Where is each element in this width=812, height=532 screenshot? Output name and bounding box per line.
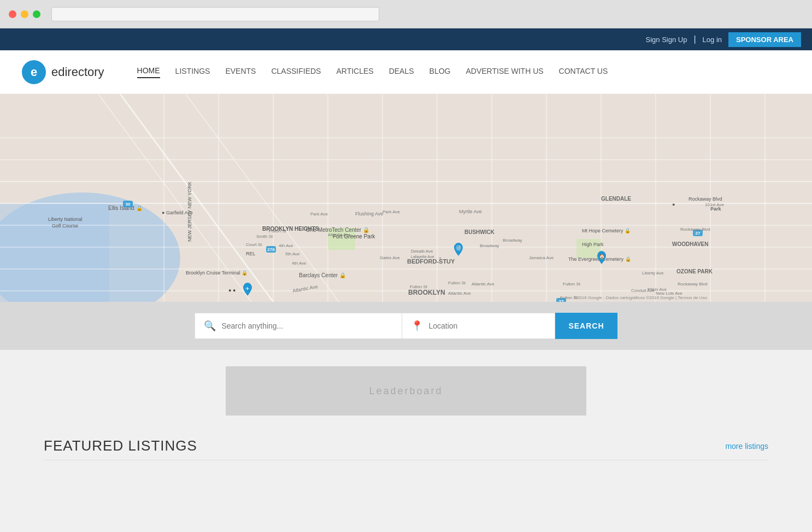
nav-advertise[interactable]: ADVERTISE WITH US: [466, 67, 543, 78]
svg-text:Broadway: Broadway: [480, 243, 499, 248]
svg-text:✈: ✈: [245, 286, 250, 291]
divider: |: [693, 34, 696, 44]
svg-text:Rockaway Blvd: Rockaway Blvd: [680, 227, 710, 232]
svg-text:4th Ave: 4th Ave: [279, 243, 293, 248]
svg-text:Park Ave: Park Ave: [383, 209, 400, 214]
map-section: Ellis Island 🔒 Liberty National Golf Cou…: [0, 94, 812, 302]
search-button[interactable]: SEARCH: [555, 313, 617, 339]
svg-text:Fulton St: Fulton St: [448, 280, 466, 285]
svg-text:Gates Ave: Gates Ave: [380, 255, 400, 260]
svg-text:Broadway: Broadway: [503, 238, 522, 243]
svg-text:Myrtle Ave: Myrtle Ave: [459, 209, 482, 214]
svg-text:GLENDALE: GLENDALE: [601, 196, 631, 202]
svg-text:Court St: Court St: [246, 242, 262, 247]
login-link[interactable]: Log in: [703, 36, 722, 44]
sponsor-button[interactable]: SPONSOR AREA: [728, 32, 801, 47]
maximize-dot[interactable]: [33, 10, 40, 18]
header: e edirectory HOME LISTINGS EVENTS CLASSI…: [0, 50, 812, 94]
leaderboard-box: Leaderboard: [226, 366, 586, 416]
svg-text:Smith St: Smith St: [256, 234, 273, 239]
signup-link[interactable]: Sign Sign Up: [646, 36, 687, 44]
svg-text:Rockaway Blvd: Rockaway Blvd: [678, 282, 708, 287]
logo-text: edirectory: [51, 65, 104, 79]
svg-text:Atlantic Ave: Atlantic Ave: [472, 282, 495, 287]
svg-text:●: ●: [672, 202, 675, 207]
svg-text:Liberty National: Liberty National: [48, 217, 83, 222]
leaderboard-section: Leaderboard: [0, 350, 812, 426]
logo-icon: e: [22, 60, 46, 84]
svg-text:Park Ave: Park Ave: [310, 212, 328, 217]
svg-text:OZONE PARK: OZONE PARK: [676, 268, 713, 274]
map-svg: Ellis Island 🔒 Liberty National Golf Cou…: [0, 94, 812, 302]
svg-text:Fulton St: Fulton St: [560, 295, 578, 300]
svg-text:101st Ave: 101st Ave: [705, 202, 725, 207]
svg-text:278: 278: [267, 247, 275, 252]
leaderboard-label: Leaderboard: [369, 385, 443, 397]
svg-text:Barclays Center 🔒: Barclays Center 🔒: [299, 272, 346, 279]
browser-chrome: [0, 0, 812, 28]
location-box: 📍: [402, 313, 555, 339]
svg-text:NEW JERSEY NEW YORK: NEW JERSEY NEW YORK: [187, 182, 192, 242]
featured-title: FEATURED LISTINGS: [44, 437, 197, 454]
featured-header: FEATURED LISTINGS more listings: [44, 437, 768, 460]
svg-text:High Park: High Park: [582, 242, 604, 247]
search-input[interactable]: [221, 321, 393, 330]
close-dot[interactable]: [9, 10, 16, 18]
svg-text:©2016 Google - Dados cartográf: ©2016 Google - Dados cartográficos ©2016…: [574, 295, 708, 300]
nav-home[interactable]: HOME: [137, 66, 160, 78]
svg-text:Jamaica Ave: Jamaica Ave: [529, 255, 554, 260]
svg-text:Dekalb Ave: Dekalb Ave: [411, 249, 433, 254]
location-icon: 📍: [411, 320, 423, 332]
location-input[interactable]: [428, 321, 546, 330]
svg-text:Rockaway Blvd: Rockaway Blvd: [689, 196, 722, 202]
logo-area: e edirectory: [22, 60, 104, 84]
more-listings-link[interactable]: more listings: [725, 442, 768, 451]
svg-text:T: T: [439, 256, 442, 261]
svg-text:Atlantic Ave: Atlantic Ave: [328, 232, 351, 237]
nav-listings[interactable]: LISTINGS: [175, 67, 210, 78]
nav-blog[interactable]: BLOG: [429, 67, 451, 78]
top-bar: Sign Sign Up | Log in SPONSOR AREA: [0, 28, 812, 50]
svg-text:Lafayette Ave: Lafayette Ave: [411, 255, 434, 259]
svg-text:30: 30: [126, 202, 131, 207]
svg-text:BUSHWICK: BUSHWICK: [464, 229, 495, 235]
svg-text:4th Ave: 4th Ave: [292, 261, 307, 266]
main-nav: HOME LISTINGS EVENTS CLASSIFIEDS ARTICLE…: [137, 66, 608, 78]
svg-text:5th Ave: 5th Ave: [285, 252, 300, 256]
svg-text:BROOKLYN: BROOKLYN: [408, 289, 445, 296]
svg-text:Brooklyn Cruise Terminal 🔒: Brooklyn Cruise Terminal 🔒: [186, 270, 248, 276]
featured-section: FEATURED LISTINGS more listings: [0, 426, 812, 471]
svg-text:Fulton St: Fulton St: [269, 229, 287, 233]
search-box: 🔍: [195, 313, 402, 339]
svg-text:Fulton St: Fulton St: [410, 284, 428, 289]
nav-classifieds[interactable]: CLASSIFIEDS: [271, 67, 321, 78]
svg-text:Golf Course: Golf Course: [52, 223, 78, 229]
svg-text:WOODHAVEN: WOODHAVEN: [672, 241, 708, 247]
svg-text:New Lots Ave: New Lots Ave: [656, 291, 682, 296]
minimize-dot[interactable]: [21, 10, 28, 18]
search-section: 🔍 📍 SEARCH: [0, 302, 812, 350]
nav-articles[interactable]: ARTICLES: [336, 67, 373, 78]
nav-events[interactable]: EVENTS: [225, 67, 256, 78]
svg-text:Atlantic Ave: Atlantic Ave: [448, 291, 471, 296]
svg-text:Fulton St: Fulton St: [563, 282, 581, 287]
address-bar[interactable]: [51, 7, 379, 21]
svg-text:🏠: 🏠: [599, 253, 605, 260]
search-icon: 🔍: [204, 320, 216, 332]
nav-contact[interactable]: CONTACT US: [559, 67, 608, 78]
svg-text:Liberty Ave: Liberty Ave: [642, 271, 664, 276]
svg-text:● ●: ● ●: [228, 288, 236, 293]
svg-text:🍴: 🍴: [456, 245, 462, 252]
browser-dots: [9, 10, 40, 18]
svg-text:BEDFORD-STUY: BEDFORD-STUY: [407, 258, 455, 265]
svg-text:Flushing Ave: Flushing Ave: [355, 211, 383, 217]
svg-text:Mt Hope Cemetery 🔒: Mt Hope Cemetery 🔒: [582, 227, 631, 234]
svg-text:REL: REL: [246, 251, 256, 256]
nav-deals[interactable]: DEALS: [389, 67, 414, 78]
